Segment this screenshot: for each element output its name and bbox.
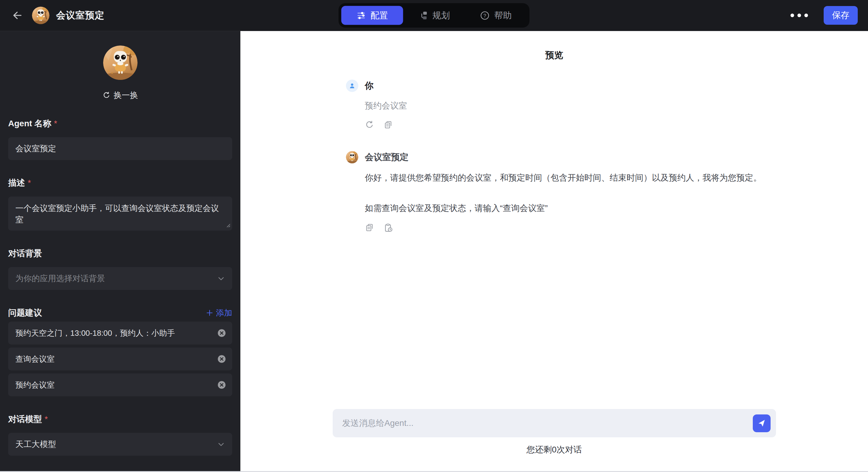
send-button[interactable]	[753, 414, 771, 432]
ellipsis-icon	[790, 13, 794, 17]
tab-help[interactable]: ? 帮助	[465, 6, 527, 25]
suggestion-item[interactable]: 查询会议室	[8, 347, 232, 370]
agent-name-input[interactable]	[8, 137, 232, 160]
resize-handle-icon[interactable]	[226, 223, 230, 229]
close-circle-icon	[217, 354, 227, 364]
top-bar: 会议室预定 配置 规划	[0, 0, 868, 31]
background-select[interactable]: 为你的应用选择对话背景	[8, 267, 232, 290]
refresh-icon	[365, 120, 374, 129]
user-name: 你	[365, 80, 374, 92]
center-tab-group: 配置 规划 ? 帮助	[339, 3, 530, 28]
page-title: 会议室预定	[56, 9, 104, 22]
agent-name: 会议室预定	[365, 151, 409, 163]
agent-avatar-large	[103, 45, 137, 80]
remove-suggestion-button[interactable]	[217, 380, 227, 390]
refresh-icon	[102, 91, 111, 99]
suggestion-item[interactable]: 预约会议室	[8, 373, 232, 396]
tab-plan-label: 规划	[433, 9, 450, 22]
preview-panel: 预览 你 预约会议室	[240, 31, 868, 472]
chevron-down-icon	[217, 274, 226, 283]
plus-icon	[206, 309, 214, 317]
user-message: 你 预约会议室	[346, 79, 776, 129]
chat-input-bar	[333, 409, 776, 437]
remove-suggestion-button[interactable]	[217, 328, 227, 338]
workflow-icon	[418, 10, 428, 20]
copy-button[interactable]	[365, 223, 374, 233]
agent-message-text: 你好，请提供您希望预约的会议室，和预定时间（包含开始时间、结束时间）以及预约人，…	[365, 171, 776, 214]
user-avatar	[346, 79, 358, 92]
required-mark: *	[28, 178, 31, 188]
history-button[interactable]	[384, 223, 393, 233]
agent-avatar	[32, 7, 50, 24]
message-list: 你 预约会议室	[333, 79, 776, 233]
background-select-placeholder: 为你的应用选择对话背景	[16, 273, 217, 284]
chat-input[interactable]	[342, 418, 753, 428]
user-message-text: 预约会议室	[365, 100, 776, 111]
suggestion-item[interactable]: 预约天空之门，13:00-18:00，预约人：小助手	[8, 322, 232, 344]
change-avatar-button[interactable]: 换一换	[8, 90, 232, 101]
regenerate-button[interactable]	[365, 120, 374, 129]
help-icon: ?	[480, 10, 490, 20]
required-mark: *	[44, 415, 48, 424]
agent-paragraph: 如需查询会议室及预定状态，请输入“查询会议室”	[365, 202, 776, 214]
close-circle-icon	[217, 380, 227, 390]
tab-config[interactable]: 配置	[341, 6, 403, 25]
clipboard-clock-icon	[384, 223, 393, 233]
add-suggestion-button[interactable]: 添加	[206, 307, 232, 318]
person-icon	[349, 82, 355, 89]
model-label: 对话模型 *	[8, 413, 232, 425]
tab-help-label: 帮助	[494, 9, 512, 22]
description-textarea[interactable]: 一个会议室预定小助手，可以查询会议室状态及预定会议室	[8, 197, 232, 231]
save-button[interactable]: 保存	[824, 6, 858, 25]
svg-text:?: ?	[484, 13, 486, 19]
copy-icon	[365, 223, 374, 233]
sliders-icon	[356, 10, 366, 20]
agent-avatar	[346, 151, 358, 163]
chevron-down-icon	[217, 440, 226, 449]
model-select-value: 天工大模型	[16, 439, 217, 450]
arrow-left-icon	[12, 10, 23, 21]
background-label: 对话背景	[8, 248, 232, 259]
change-avatar-label: 换一换	[114, 90, 138, 101]
required-mark: *	[54, 119, 57, 128]
copy-icon	[384, 120, 393, 129]
copy-button[interactable]	[384, 120, 393, 129]
remove-suggestion-button[interactable]	[217, 354, 227, 364]
topbar-actions: 保存	[789, 6, 858, 25]
back-button[interactable]	[11, 9, 24, 22]
suggestion-text: 预约天空之门，13:00-18:00，预约人：小助手	[16, 328, 217, 338]
send-icon	[757, 419, 766, 428]
remaining-chats-text: 您还剩0次对话	[333, 444, 776, 456]
agent-paragraph: 你好，请提供您希望预约的会议室，和预定时间（包含开始时间、结束时间）以及预约人，…	[365, 171, 776, 184]
agent-message: 会议室预定 你好，请提供您希望预约的会议室，和预定时间（包含开始时间、结束时间）…	[346, 151, 776, 233]
more-options-button[interactable]	[789, 12, 810, 19]
suggestions-label: 问题建议 添加	[8, 307, 232, 318]
description-label: 描述 *	[8, 177, 232, 189]
config-sidebar: 换一换 Agent 名称 * 描述 * 一个会议室预定小助手，可以查询会议室状态…	[0, 31, 240, 472]
preview-title: 预览	[333, 31, 776, 62]
suggestion-text: 预约会议室	[16, 380, 217, 390]
tab-plan[interactable]: 规划	[403, 6, 465, 25]
suggestion-text: 查询会议室	[16, 354, 217, 364]
close-circle-icon	[217, 328, 227, 338]
tab-config-label: 配置	[371, 9, 388, 22]
model-select[interactable]: 天工大模型	[8, 433, 232, 456]
agent-name-label: Agent 名称 *	[8, 118, 232, 129]
